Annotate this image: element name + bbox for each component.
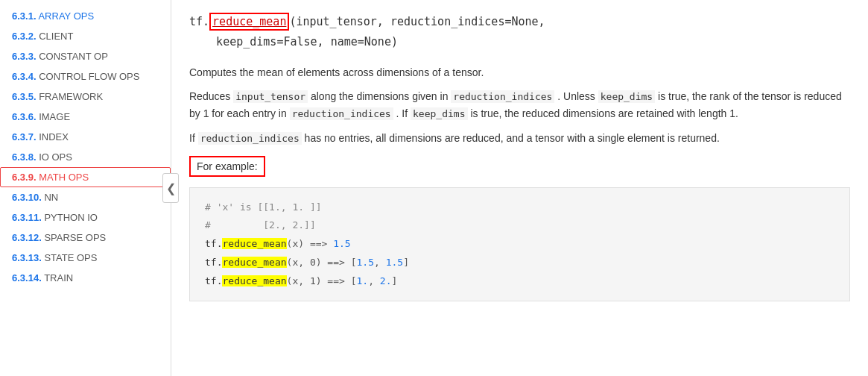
code-tf-1: tf. — [205, 238, 222, 249]
code-comma-3: , — [368, 275, 380, 286]
code-comment-2: # [2., 2.]] — [205, 216, 834, 235]
sidebar-item-6-3.2[interactable]: 6.3.2. CLIENT — [0, 26, 171, 46]
code-line-3: tf.reduce_mean(x, 1) ==> [1., 2.] — [205, 272, 834, 291]
sidebar-item-6-3.10[interactable]: 6.3.10. NN — [0, 187, 171, 207]
sidebar-item-6-3.14[interactable]: 6.3.14. TRAIN — [0, 268, 171, 288]
sidebar-num: 6.3.4. — [12, 71, 37, 82]
sidebar-num: 6.3.14. — [12, 272, 42, 283]
sidebar-label: FRAMEWORK — [39, 91, 103, 102]
sidebar-num: 6.3.13. — [12, 252, 42, 263]
code-func-3: reduce_mean — [222, 275, 286, 286]
sidebar-item-6-3.9[interactable]: 6.3.9. MATH OPS — [0, 167, 171, 187]
code-close-3: ] — [391, 275, 397, 286]
sidebar-label: IMAGE — [39, 111, 70, 122]
code-line-1: tf.reduce_mean(x) ==> 1.5 — [205, 235, 834, 254]
code-close-2: ] — [403, 257, 409, 268]
code-tf-2: tf. — [205, 257, 222, 268]
code-keep-dims-1: keep_dims — [598, 90, 655, 103]
sidebar-item-6-3.5[interactable]: 6.3.5. FRAMEWORK — [0, 87, 171, 107]
sidebar-item-6-3.13[interactable]: 6.3.13. STATE OPS — [0, 248, 171, 268]
sidebar-num: 6.3.3. — [12, 51, 37, 62]
main-content: tf.reduce_mean(input_tensor, reduction_i… — [171, 0, 868, 376]
sidebar-item-6-3.6[interactable]: 6.3.6. IMAGE — [0, 107, 171, 127]
desc-para-1: Computes the mean of elements across dim… — [189, 64, 850, 81]
function-signature: tf.reduce_mean(input_tensor, reduction_i… — [189, 12, 850, 52]
code-suffix-3: (x, 1) ==> [ — [287, 275, 357, 286]
sidebar-num: 6.3.9. — [12, 172, 37, 183]
code-tf-3: tf. — [205, 275, 222, 286]
sidebar-num: 6.3.5. — [12, 91, 37, 102]
sidebar-num: 6.3.10. — [12, 192, 42, 203]
code-comment-1: # 'x' is [[1., 1. ]] — [205, 198, 834, 217]
code-result-1: 1.5 — [333, 238, 350, 249]
desc-para-2: Reduces input_tensor along the dimension… — [189, 88, 850, 122]
sidebar-item-6-3.11[interactable]: 6.3.11. PYTHON IO — [0, 207, 171, 228]
sidebar-num: 6.3.12. — [12, 232, 42, 243]
sidebar-item-6-3.1[interactable]: 6.3.1. ARRAY OPS — [0, 6, 171, 26]
sidebar-label: CLIENT — [39, 31, 73, 42]
sidebar-item-6-3.4[interactable]: 6.3.4. CONTROL FLOW OPS — [0, 66, 171, 87]
for-example-box: For example: — [189, 156, 265, 177]
tf-prefix: tf. — [189, 15, 209, 28]
desc-para-3: If reduction_indices has no entries, all… — [189, 130, 850, 147]
code-func-1: reduce_mean — [222, 238, 286, 249]
description: Computes the mean of elements across dim… — [189, 64, 850, 147]
sidebar-label: SPARSE OPS — [44, 232, 106, 243]
code-line-2: tf.reduce_mean(x, 0) ==> [1.5, 1.5] — [205, 254, 834, 272]
code-result-3b: 2. — [380, 275, 392, 286]
sidebar-label: CONSTANT OP — [39, 51, 108, 62]
code-reduction-indices-3: reduction_indices — [198, 132, 302, 145]
sidebar-label: NN — [44, 192, 58, 203]
code-result-3a: 1. — [357, 275, 369, 286]
sidebar-label: STATE OPS — [44, 252, 97, 263]
code-block: # 'x' is [[1., 1. ]] # [2., 2.]] tf.redu… — [189, 187, 850, 301]
code-reduction-indices-2: reduction_indices — [290, 107, 393, 120]
sidebar-item-6-3.12[interactable]: 6.3.12. SPARSE OPS — [0, 228, 171, 248]
code-result-2b: 1.5 — [386, 257, 403, 268]
sidebar-item-6-3.3[interactable]: 6.3.3. CONSTANT OP — [0, 46, 171, 66]
sidebar-label: PYTHON IO — [44, 212, 98, 223]
code-reduction-indices-1: reduction_indices — [451, 90, 554, 103]
sidebar-num: 6.3.2. — [12, 31, 37, 42]
func-name: reduce_mean — [209, 13, 289, 31]
sidebar-label: ARRAY OPS — [38, 10, 94, 22]
code-input-tensor-1: input_tensor — [233, 90, 308, 103]
sidebar-num: 6.3.1. — [12, 10, 37, 22]
sidebar-label: CONTROL FLOW OPS — [39, 71, 139, 82]
sidebar-label: TRAIN — [44, 272, 73, 283]
sidebar-num: 6.3.6. — [12, 111, 37, 122]
code-result-2a: 1.5 — [357, 257, 374, 268]
code-comma-2: , — [374, 257, 386, 268]
sidebar-label: INDEX — [39, 131, 69, 142]
sidebar: 6.3.1. ARRAY OPS6.3.2. CLIENT6.3.3. CONS… — [0, 0, 171, 376]
code-suffix-2: (x, 0) ==> [ — [287, 257, 357, 268]
sidebar-label: MATH OPS — [39, 172, 89, 183]
sidebar-label: IO OPS — [39, 151, 72, 163]
sidebar-item-6-3.8[interactable]: 6.3.8. IO OPS — [0, 147, 171, 167]
collapse-arrow[interactable]: ❮ — [162, 173, 179, 203]
code-func-2: reduce_mean — [222, 257, 286, 268]
sidebar-item-6-3.7[interactable]: 6.3.7. INDEX — [0, 127, 171, 147]
code-keep-dims-2: keep_dims — [411, 107, 467, 120]
sidebar-num: 6.3.8. — [12, 151, 37, 163]
sidebar-num: 6.3.11. — [12, 212, 42, 223]
code-suffix-1: (x) ==> — [287, 238, 334, 249]
sidebar-num: 6.3.7. — [12, 131, 37, 142]
